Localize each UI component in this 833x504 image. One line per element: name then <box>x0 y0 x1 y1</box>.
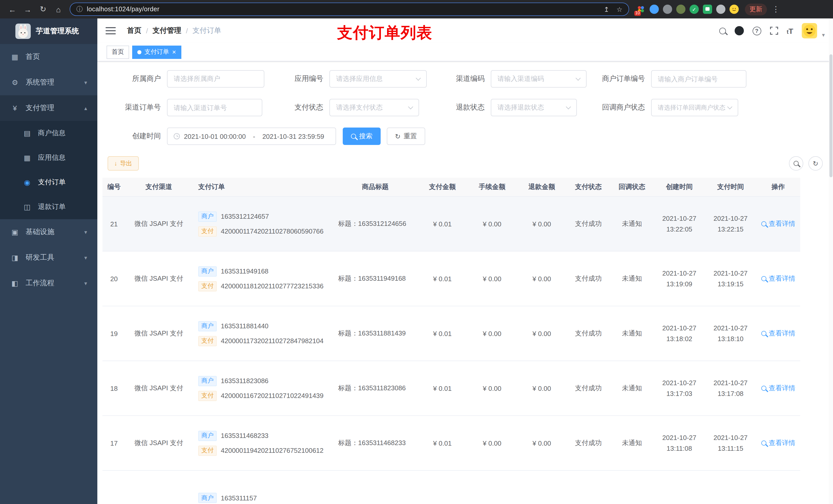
view-detail-link[interactable]: 查看详情 <box>761 219 795 229</box>
pay-order-cell: 商户 1635311881440 支付 42000011732021102728… <box>192 306 333 361</box>
browser-menu-icon[interactable]: ⋮ <box>772 5 780 14</box>
font-size-icon[interactable]: tT <box>787 26 793 35</box>
merchant-order-no: 1635311157 <box>221 494 257 502</box>
search-icon[interactable] <box>719 27 726 34</box>
extensions-puzzle-icon[interactable]: 10 <box>636 5 645 14</box>
view-detail-link[interactable]: 查看详情 <box>761 384 795 393</box>
merchant-tag: 商户 <box>198 493 217 503</box>
magnifier-icon <box>761 276 766 281</box>
order-id <box>102 471 125 504</box>
fee-amount <box>467 471 517 504</box>
breadcrumb-payment: 支付管理 <box>153 26 181 35</box>
app-select[interactable]: 请选择应用信息 <box>329 70 427 88</box>
table-body: 21 微信 JSAPI 支付 商户 1635312124657 支付 42000… <box>102 197 800 504</box>
date-range-picker[interactable]: 2021-10-01 00:00:00 - 2021-10-31 23:59:5… <box>167 127 336 145</box>
chevron-down-icon <box>727 104 732 109</box>
pay-channel <box>125 471 192 504</box>
view-detail-link[interactable]: 查看详情 <box>761 274 795 283</box>
col-pay-time: 支付时间 <box>705 178 756 196</box>
sidebar-item-system[interactable]: ⚙ 系统管理 ▾ <box>0 70 97 95</box>
extension-pin-icon[interactable] <box>716 5 725 14</box>
breadcrumb-home[interactable]: 首页 <box>127 26 141 35</box>
refund-status-select[interactable]: 请选择退款状态 <box>491 99 577 116</box>
sidebar-item-devtools[interactable]: ◨ 研发工具 ▾ <box>0 245 97 270</box>
fullscreen-icon[interactable] <box>770 27 778 35</box>
action-cell: 查看详情 <box>756 361 800 415</box>
merchant-tag: 商户 <box>198 431 217 441</box>
pay-tag: 支付 <box>198 336 217 346</box>
chevron-down-icon: ▾ <box>84 280 87 287</box>
create-time-cell: 2021-10-27 13:19:09 <box>654 251 705 306</box>
chevron-down-icon: ▾ <box>84 79 87 86</box>
scrollbar-thumb[interactable] <box>829 54 832 177</box>
reset-button[interactable]: ↻ 重置 <box>387 127 425 145</box>
refresh-table-button[interactable]: ↻ <box>808 156 823 171</box>
sidebar-toggle-icon[interactable] <box>105 27 116 34</box>
forward-icon[interactable]: → <box>21 2 35 16</box>
chevron-down-icon <box>416 75 421 80</box>
extension-drop-icon[interactable] <box>649 5 659 14</box>
product-title: 标题：1635311949168 <box>333 251 418 306</box>
tools-icon: ◨ <box>10 254 20 262</box>
sidebar-item-infrastructure[interactable]: ▣ 基础设施 ▾ <box>0 219 97 245</box>
extension-gray-icon[interactable] <box>663 5 672 14</box>
pay-channel: 微信 JSAPI 支付 <box>125 197 192 251</box>
merchant-select[interactable]: 请选择所属商户 <box>167 70 264 88</box>
merchant-order-no-input[interactable] <box>651 70 746 88</box>
site-info-icon[interactable]: ⓘ <box>76 5 83 14</box>
channel-order-no-input[interactable] <box>167 99 262 116</box>
channel-order-no: 4200001167202110271022491439 <box>221 392 324 400</box>
tabs-bar: 首页 支付订单 × <box>97 43 833 62</box>
extension-olive-icon[interactable] <box>676 5 686 14</box>
col-amount: 支付金额 <box>418 178 467 196</box>
export-button[interactable]: ↓ 导出 <box>108 156 139 171</box>
channel-order-no: 4200001173202110272847982104 <box>221 337 324 345</box>
header-actions: ? tT ▾ <box>719 23 825 39</box>
sidebar-item-app-info[interactable]: ▦ 应用信息 <box>0 145 97 170</box>
chevron-down-icon: ▾ <box>84 254 87 261</box>
avatar-dropdown-icon: ▾ <box>822 31 825 38</box>
browser-update-button[interactable]: 更新 <box>745 3 767 15</box>
sidebar-item-payment[interactable]: ¥ 支付管理 ▴ <box>0 95 97 121</box>
sidebar-item-workflow[interactable]: ◧ 工作流程 ▾ <box>0 270 97 296</box>
channel-code-select[interactable]: 请输入渠道编码 <box>491 70 587 88</box>
toggle-search-button[interactable] <box>789 156 803 171</box>
create-time-cell: 2021-10-27 13:18:02 <box>654 306 705 361</box>
filter-label-callback-status: 回调商户状态 <box>577 103 651 112</box>
share-icon[interactable]: ↥ <box>604 5 610 13</box>
sidebar: 芋道管理系统 ▦ 首页 ⚙ 系统管理 ▾ ¥ 支付管理 ▴ ▤ 商户信息 ▦ 应… <box>0 19 97 504</box>
search-button[interactable]: 搜索 <box>343 127 381 145</box>
reload-icon[interactable]: ↻ <box>36 2 50 16</box>
address-bar[interactable]: ⓘ localhost:1024/pay/order ↥ ☆ <box>70 3 629 16</box>
tab-home[interactable]: 首页 <box>106 45 129 58</box>
sidebar-item-merchant-info[interactable]: ▤ 商户信息 <box>0 121 97 145</box>
breadcrumb-current: 支付订单 <box>193 26 221 35</box>
tab-close-icon[interactable]: × <box>172 49 176 55</box>
merchant-order-no: 1635311468233 <box>221 432 268 439</box>
sidebar-item-refund-order[interactable]: ◫ 退款订单 <box>0 195 97 219</box>
table-row: 21 微信 JSAPI 支付 商户 1635312124657 支付 42000… <box>102 197 800 251</box>
dashboard-icon: ▦ <box>10 53 20 61</box>
extension-wechat-icon[interactable] <box>703 5 712 14</box>
view-detail-link[interactable]: 查看详情 <box>761 329 795 338</box>
callback-status-select[interactable]: 请选择订单回调商户状态 <box>651 99 738 116</box>
merchant-order-no: 1635311881440 <box>221 322 268 330</box>
tab-pay-order[interactable]: 支付订单 × <box>132 45 181 58</box>
date-end: 2021-10-31 23:59:59 <box>262 133 324 140</box>
sidebar-item-home[interactable]: ▦ 首页 <box>0 44 97 70</box>
github-icon[interactable] <box>734 26 744 35</box>
back-icon[interactable]: ← <box>5 2 20 16</box>
view-detail-link[interactable]: 查看详情 <box>761 438 795 448</box>
app-logo[interactable]: 芋道管理系统 <box>0 19 97 44</box>
home-icon[interactable]: ⌂ <box>51 2 66 16</box>
action-cell <box>756 471 800 504</box>
filter-label-pay-status: 支付状态 <box>262 103 329 112</box>
scrollbar[interactable] <box>829 19 833 504</box>
extension-check-icon[interactable]: ✓ <box>690 5 699 14</box>
extension-emoji-icon[interactable] <box>730 5 739 14</box>
sidebar-item-pay-order[interactable]: ◉ 支付订单 <box>0 170 97 195</box>
pay-status-select[interactable]: 请选择支付状态 <box>329 99 419 116</box>
avatar[interactable] <box>802 23 817 39</box>
bookmark-star-icon[interactable]: ☆ <box>617 5 622 13</box>
help-icon[interactable]: ? <box>752 26 761 35</box>
